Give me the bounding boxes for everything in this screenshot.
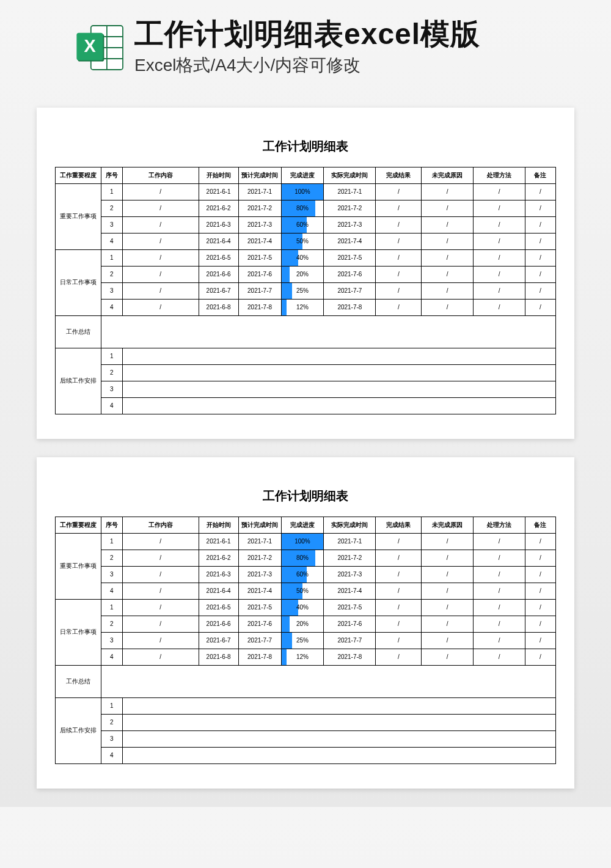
followup-row: 后续工作安排1: [56, 697, 556, 714]
data-cell: /: [525, 282, 555, 299]
category-cell: 日常工作事项: [56, 249, 101, 315]
data-cell: 2021-6-7: [199, 632, 238, 649]
summary-label: 工作总结: [56, 315, 101, 348]
progress-label: 40%: [282, 600, 324, 616]
data-cell: /: [525, 249, 555, 266]
data-cell: 2: [101, 266, 122, 282]
data-cell: 2: [101, 550, 122, 566]
data-cell: /: [122, 599, 199, 616]
followup-content: [122, 747, 555, 763]
data-cell: 2021-7-8: [238, 649, 281, 665]
followup-content: [122, 348, 555, 364]
data-cell: /: [376, 566, 422, 583]
data-cell: /: [422, 566, 474, 583]
category-cell: 日常工作事项: [56, 599, 101, 665]
table-row: 2/2021-6-62021-7-620%2021-7-6////: [56, 616, 556, 632]
column-header: 处理方法: [474, 167, 525, 183]
data-cell: 2021-7-3: [324, 566, 376, 583]
data-cell: /: [474, 616, 525, 632]
column-header: 工作内容: [122, 167, 199, 183]
data-cell: /: [122, 649, 199, 665]
data-cell: 2021-7-2: [324, 200, 376, 216]
progress-label: 100%: [282, 534, 324, 550]
followup-content: [122, 714, 555, 730]
data-cell: /: [122, 200, 199, 216]
data-cell: 2021-7-1: [238, 183, 281, 200]
data-cell: /: [474, 583, 525, 599]
data-cell: 4: [101, 649, 122, 665]
category-cell: 重要工作事项: [56, 533, 101, 599]
data-cell: 2021-7-4: [324, 233, 376, 249]
data-cell: /: [122, 282, 199, 299]
summary-row: 工作总结: [56, 315, 556, 348]
table-row: 3/2021-6-72021-7-725%2021-7-7////: [56, 632, 556, 649]
column-header: 预计完成时间: [238, 517, 281, 533]
column-header: 实际完成时间: [324, 167, 376, 183]
data-cell: 1: [101, 249, 122, 266]
column-header: 工作重要程度: [56, 517, 101, 533]
followup-content: [122, 697, 555, 714]
data-cell: /: [422, 632, 474, 649]
column-header: 完成结果: [376, 167, 422, 183]
progress-label: 20%: [282, 616, 324, 632]
data-cell: 3: [101, 216, 122, 233]
table-row: 2/2021-6-22021-7-280%2021-7-2////: [56, 550, 556, 566]
progress-label: 12%: [282, 649, 324, 665]
progress-label: 100%: [282, 184, 324, 200]
svg-text:X: X: [84, 36, 95, 56]
column-header: 开始时间: [199, 517, 238, 533]
progress-label: 60%: [282, 217, 324, 233]
data-cell: 2021-7-6: [324, 266, 376, 282]
followup-seq: 2: [101, 364, 122, 381]
data-cell: 2021-7-7: [324, 632, 376, 649]
progress-cell: 50%: [281, 233, 324, 249]
table-row: 2/2021-6-62021-7-620%2021-7-6////: [56, 266, 556, 282]
data-cell: /: [122, 616, 199, 632]
progress-label: 20%: [282, 267, 324, 282]
column-header: 工作重要程度: [56, 167, 101, 183]
data-cell: /: [376, 616, 422, 632]
data-cell: 2021-6-6: [199, 616, 238, 632]
data-cell: 2021-7-1: [238, 533, 281, 550]
data-cell: /: [474, 183, 525, 200]
column-header: 实际完成时间: [324, 517, 376, 533]
data-cell: 2021-7-7: [238, 632, 281, 649]
data-cell: /: [474, 550, 525, 566]
data-cell: 2021-6-2: [199, 200, 238, 216]
data-cell: /: [474, 200, 525, 216]
sheet-title: 工作计划明细表: [37, 488, 574, 504]
data-cell: /: [376, 216, 422, 233]
data-cell: /: [474, 533, 525, 550]
data-cell: 3: [101, 632, 122, 649]
table-row: 重要工作事项1/2021-6-12021-7-1100%2021-7-1////: [56, 183, 556, 200]
data-cell: /: [474, 632, 525, 649]
data-cell: /: [422, 649, 474, 665]
followup-seq: 4: [101, 397, 122, 414]
column-header: 完成结果: [376, 517, 422, 533]
column-header: 序号: [101, 167, 122, 183]
data-cell: /: [376, 583, 422, 599]
data-cell: /: [376, 266, 422, 282]
data-cell: /: [422, 216, 474, 233]
column-header: 开始时间: [199, 167, 238, 183]
data-cell: 2: [101, 200, 122, 216]
data-cell: /: [376, 632, 422, 649]
column-header: 完成进度: [281, 167, 324, 183]
table-row: 4/2021-6-82021-7-812%2021-7-8////: [56, 649, 556, 665]
data-cell: 2021-6-4: [199, 233, 238, 249]
data-cell: 2021-7-8: [238, 299, 281, 315]
followup-row: 3: [56, 730, 556, 747]
data-cell: /: [422, 583, 474, 599]
data-cell: /: [474, 566, 525, 583]
data-cell: 2021-6-1: [199, 183, 238, 200]
data-cell: 2021-6-1: [199, 533, 238, 550]
column-header: 未完成原因: [422, 167, 474, 183]
data-cell: 2021-6-5: [199, 249, 238, 266]
progress-cell: 25%: [281, 282, 324, 299]
data-cell: 2021-6-5: [199, 599, 238, 616]
data-cell: 2021-7-5: [324, 599, 376, 616]
data-cell: 2: [101, 616, 122, 632]
data-cell: /: [376, 649, 422, 665]
template-title: 工作计划明细表excel模版: [134, 18, 480, 51]
column-header: 未完成原因: [422, 517, 474, 533]
